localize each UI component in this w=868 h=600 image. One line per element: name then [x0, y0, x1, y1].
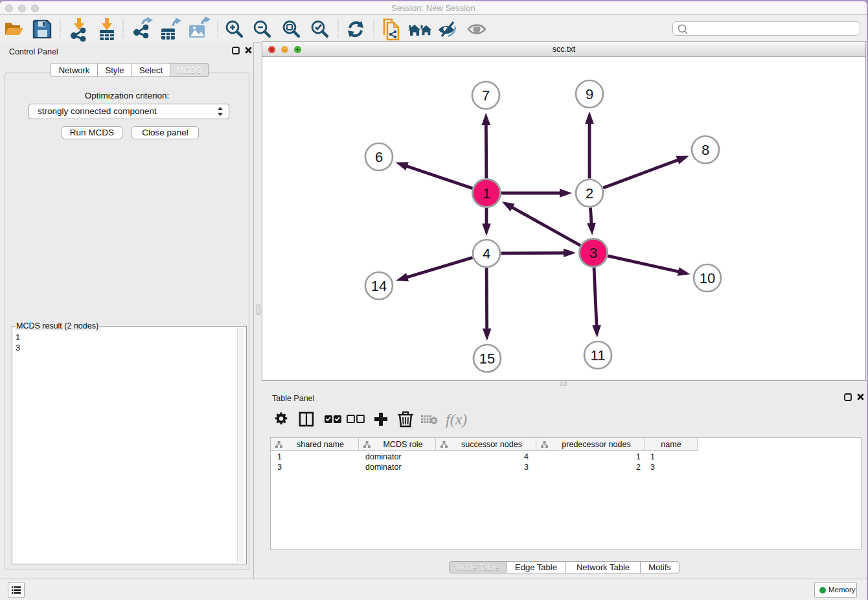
svg-text:1: 1	[483, 185, 490, 202]
svg-text:7: 7	[482, 87, 490, 104]
svg-text:8: 8	[702, 142, 709, 158]
svg-text:9: 9	[586, 86, 593, 102]
svg-text:2: 2	[586, 185, 593, 202]
svg-text:15: 15	[479, 351, 495, 367]
svg-text:6: 6	[375, 149, 383, 165]
svg-text:14: 14	[371, 278, 387, 294]
svg-text:f(x): f(x)	[446, 411, 467, 428]
svg-text:3: 3	[589, 245, 597, 261]
svg-text:10: 10	[700, 270, 715, 286]
svg-text:4: 4	[483, 246, 490, 262]
svg-text:11: 11	[591, 347, 606, 363]
